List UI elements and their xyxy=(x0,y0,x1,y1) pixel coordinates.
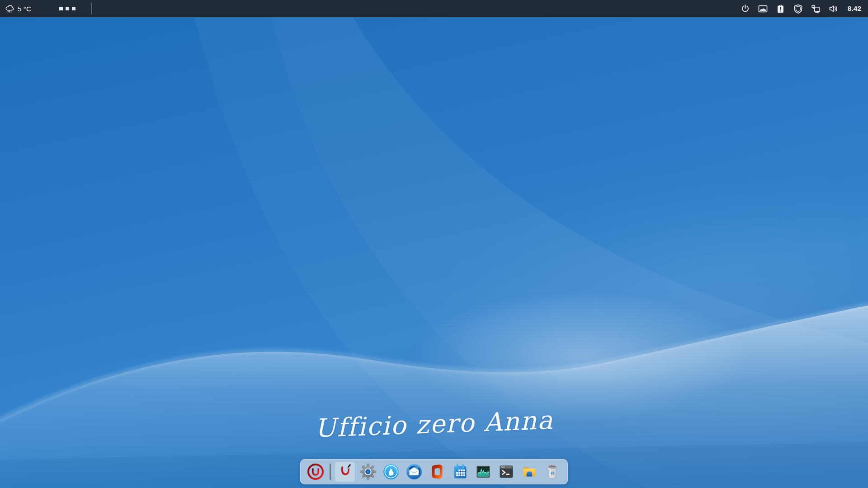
system-tray: 8.42 xyxy=(740,4,861,14)
ufficio-zero-ring-u-icon xyxy=(307,463,325,481)
calendar-icon xyxy=(451,463,469,481)
weather-widget[interactable]: 5 °C xyxy=(5,4,31,14)
dock-item-thunderbird-mail[interactable] xyxy=(404,462,424,482)
power-icon[interactable] xyxy=(740,4,750,14)
trash-bin-icon: ♻ xyxy=(543,463,561,481)
dock-item-ufficio-zero-logo[interactable] xyxy=(306,462,326,482)
bird-envelope-icon xyxy=(405,463,423,481)
dock-item-office-suite[interactable] xyxy=(427,462,447,482)
clock-label[interactable]: 8.42 xyxy=(848,5,861,13)
clipboard-icon[interactable] xyxy=(775,4,786,14)
office-o-icon xyxy=(428,463,446,481)
red-u-pen-icon xyxy=(336,463,354,481)
wallpaper-icon[interactable] xyxy=(758,4,768,14)
temperature-label: 5 °C xyxy=(18,5,31,13)
terminal-prompt-icon xyxy=(497,463,515,481)
three-dots-menu-icon[interactable] xyxy=(59,7,75,10)
dock: ♻ xyxy=(300,459,568,484)
volume-icon[interactable] xyxy=(828,4,839,14)
dock-separator xyxy=(330,464,331,480)
panel-separator xyxy=(91,3,92,14)
cloud-drizzle-icon xyxy=(5,4,15,14)
dock-item-system-monitor[interactable] xyxy=(473,462,493,482)
dock-item-uzl-pen-launcher[interactable] xyxy=(335,462,355,482)
dock-item-calendar[interactable] xyxy=(450,462,470,482)
desktop-wallpaper: Ufficio zero Anna xyxy=(0,17,868,488)
wolf-circle-icon xyxy=(382,463,400,481)
shield-icon[interactable] xyxy=(793,4,803,14)
dock-item-terminal[interactable] xyxy=(496,462,516,482)
gear-icon xyxy=(359,463,377,481)
dock-item-trash[interactable]: ♻ xyxy=(542,462,562,482)
top-panel: 5 °C xyxy=(0,0,868,17)
network-icon[interactable] xyxy=(811,4,821,14)
svg-text:♻: ♻ xyxy=(550,470,554,476)
dock-item-settings[interactable] xyxy=(358,462,378,482)
folder-icon xyxy=(520,463,538,481)
monitor-graph-icon xyxy=(474,463,492,481)
dock-item-file-manager[interactable] xyxy=(519,462,539,482)
dock-item-librewolf-browser[interactable] xyxy=(381,462,401,482)
